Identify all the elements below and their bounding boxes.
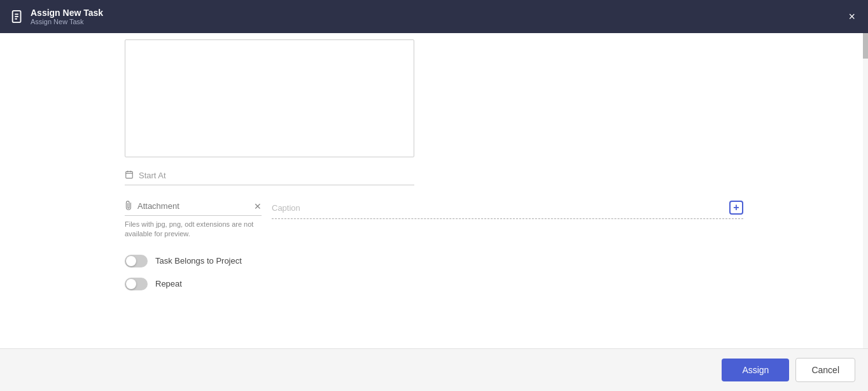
start-at-input[interactable] <box>139 171 414 180</box>
attachment-input[interactable] <box>137 201 250 211</box>
svg-rect-4 <box>126 171 133 178</box>
attachment-hint: Files with jpg, png, odt extensions are … <box>125 220 262 239</box>
close-button[interactable]: × <box>846 8 858 25</box>
text-area-section <box>125 39 743 157</box>
start-at-field <box>125 170 414 185</box>
calendar-icon <box>125 170 134 181</box>
assign-button[interactable]: Assign <box>722 359 789 381</box>
clear-attachment-button[interactable]: ✕ <box>254 201 262 211</box>
attachment-row: ✕ Files with jpg, png, odt extensions ar… <box>125 201 743 239</box>
cancel-button[interactable]: Cancel <box>795 358 855 382</box>
modal-overlay: Assign New Task Assign New Task × <box>0 0 868 391</box>
repeat-row: Repeat <box>125 278 743 290</box>
modal-header-left: Assign New Task Assign New Task <box>10 8 103 25</box>
modal-body: ✕ Files with jpg, png, odt extensions ar… <box>0 33 868 348</box>
repeat-label: Repeat <box>155 279 182 288</box>
modal-subtitle: Assign New Task <box>31 18 103 25</box>
modal: Assign New Task Assign New Task × <box>0 0 868 391</box>
clip-icon <box>122 199 136 213</box>
modal-title: Assign New Task <box>31 8 103 18</box>
repeat-toggle[interactable] <box>125 278 148 290</box>
caption-field: + <box>272 201 743 219</box>
toggle-section: Task Belongs to Project Repeat <box>125 255 743 290</box>
modal-header-titles: Assign New Task Assign New Task <box>31 8 103 25</box>
task-belongs-label: Task Belongs to Project <box>155 256 242 266</box>
modal-footer: Assign Cancel <box>0 348 868 391</box>
task-belongs-toggle[interactable] <box>125 255 148 267</box>
attachment-field: ✕ Files with jpg, png, odt extensions ar… <box>125 201 262 239</box>
attachment-input-row: ✕ <box>125 201 262 216</box>
attachment-section: ✕ Files with jpg, png, odt extensions ar… <box>125 201 743 239</box>
task-belongs-row: Task Belongs to Project <box>125 255 743 267</box>
caption-input[interactable] <box>272 203 724 213</box>
modal-header: Assign New Task Assign New Task × <box>0 0 868 33</box>
scrollbar-track[interactable] <box>863 33 868 348</box>
task-description-box <box>125 39 414 157</box>
start-at-section <box>125 170 743 185</box>
scrollbar-thumb[interactable] <box>863 33 868 59</box>
document-icon <box>10 10 24 24</box>
add-caption-button[interactable]: + <box>729 201 743 215</box>
